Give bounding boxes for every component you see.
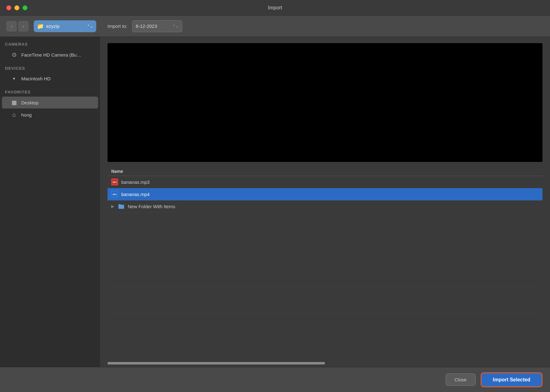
- sidebar-item-facetime-camera[interactable]: ⊙ FaceTime HD Camera (Bu…: [2, 49, 98, 61]
- home-icon: ⌂: [11, 112, 18, 118]
- nav-buttons: ‹ ›: [6, 21, 29, 32]
- scrollbar-thumb[interactable]: [108, 362, 325, 364]
- mp3-file-icon: MP3: [111, 178, 118, 185]
- file-list-area: Name MP3 bananas.mp3: [100, 167, 550, 359]
- right-panel: Name MP3 bananas.mp3: [100, 37, 550, 367]
- nav-back-button[interactable]: ‹: [6, 21, 17, 32]
- sidebar: CAMERAS ⊙ FaceTime HD Camera (Bu… DEVICE…: [0, 37, 100, 367]
- cameras-section-header: CAMERAS: [0, 37, 100, 48]
- traffic-lights: [6, 5, 28, 10]
- date-value: 8-12-2023: [136, 23, 170, 29]
- empty-row: [108, 288, 542, 313]
- sidebar-item-label: Macintosh HD: [21, 76, 51, 81]
- empty-row: [108, 338, 542, 359]
- chevron-right-icon: ›: [23, 24, 24, 29]
- file-name: bananas.mp4: [121, 192, 150, 197]
- folder-icon: 📁: [37, 23, 44, 30]
- date-selector[interactable]: 8-12-2023 ⌃⌄: [132, 20, 182, 32]
- file-list[interactable]: MP3 bananas.mp3 MP4 bananas.mp4: [108, 176, 542, 359]
- date-dropdown-arrow-icon: ⌃⌄: [172, 24, 179, 28]
- close-button[interactable]: [6, 5, 11, 10]
- favorites-section-header: FAVORITES: [0, 85, 100, 96]
- col-name-header: Name: [111, 169, 123, 174]
- devices-section-header: DEVICES: [0, 61, 100, 73]
- file-name: bananas.mp3: [121, 179, 150, 185]
- minimize-button[interactable]: [14, 5, 19, 10]
- camera-icon: ⊙: [11, 51, 18, 58]
- sidebar-item-label: hong: [21, 112, 32, 118]
- sidebar-item-hong[interactable]: ⌂ hong: [2, 109, 98, 121]
- mp4-file-icon: MP4: [111, 191, 118, 198]
- horizontal-scrollbar[interactable]: [100, 359, 550, 367]
- folder-name: ezyzip: [46, 23, 84, 29]
- sidebar-item-macintosh-hd[interactable]: ▪ Macintosh HD: [2, 73, 98, 84]
- folder-expand-icon[interactable]: ▶: [111, 204, 114, 209]
- maximize-button[interactable]: [22, 5, 28, 10]
- folder-dropdown-arrow-icon: ⌃⌄: [87, 24, 93, 28]
- scrollbar-track: [108, 362, 325, 364]
- file-list-header: Name: [108, 167, 542, 176]
- empty-row: [108, 263, 542, 288]
- svg-text:MP4: MP4: [113, 193, 117, 195]
- file-row-bananas-mp4[interactable]: MP4 bananas.mp4: [108, 188, 542, 200]
- empty-row: [108, 313, 542, 338]
- file-name: New Folder With Items: [128, 204, 175, 209]
- file-row-new-folder[interactable]: ▶ New Folder With Items: [108, 200, 542, 213]
- nav-forward-button[interactable]: ›: [18, 21, 29, 32]
- svg-text:MP3: MP3: [113, 181, 117, 183]
- empty-row: [108, 238, 542, 263]
- file-row-bananas-mp3[interactable]: MP3 bananas.mp3: [108, 176, 542, 188]
- sidebar-item-label: FaceTime HD Camera (Bu…: [21, 52, 81, 58]
- close-button[interactable]: Close: [446, 374, 476, 386]
- preview-area: [100, 37, 550, 167]
- bottom-bar: Close Import Selected: [0, 367, 550, 392]
- folder-icon: [118, 203, 125, 210]
- video-preview: [108, 43, 542, 162]
- chevron-left-icon: ‹: [11, 24, 12, 29]
- empty-row: [108, 213, 542, 238]
- toolbar: ‹ › 📁 ezyzip ⌃⌄ Import to: 8-12-2023 ⌃⌄: [0, 16, 550, 37]
- folder-selector[interactable]: 📁 ezyzip ⌃⌄: [34, 20, 96, 32]
- window-title: Import: [268, 5, 282, 11]
- sidebar-item-desktop[interactable]: ▦ Desktop: [2, 97, 98, 108]
- titlebar: Import: [0, 0, 550, 16]
- import-to-label: Import to:: [108, 23, 127, 29]
- import-selected-button[interactable]: Import Selected: [481, 372, 542, 387]
- harddrive-icon: ▪: [11, 75, 18, 82]
- main-content: CAMERAS ⊙ FaceTime HD Camera (Bu… DEVICE…: [0, 37, 550, 367]
- desktop-icon: ▦: [11, 99, 18, 106]
- sidebar-item-label: Desktop: [21, 100, 38, 105]
